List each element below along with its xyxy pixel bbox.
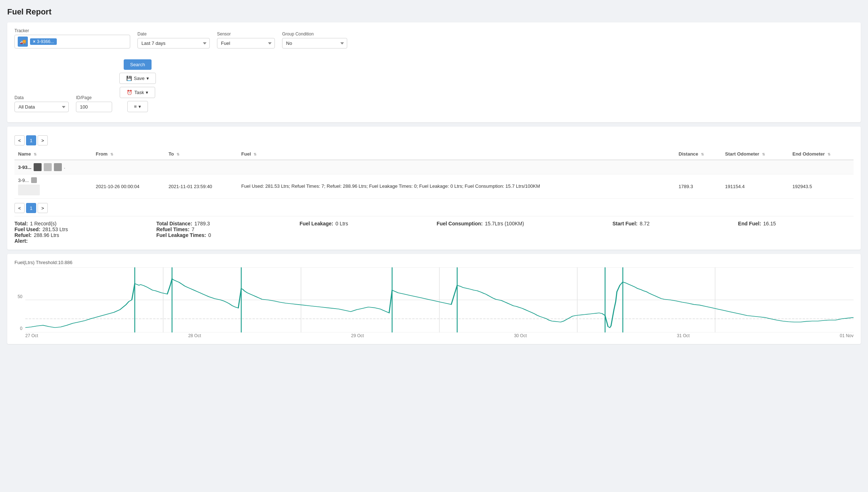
x-label-29oct: 29 Oct	[351, 333, 364, 338]
pagination-bottom: < 1 >	[14, 203, 854, 213]
summary-col-6: End Fuel: 16.15	[738, 221, 854, 226]
fuel-leakage-value: 0 Ltrs	[336, 221, 348, 226]
task-button[interactable]: ⏰ Task ▾	[120, 87, 155, 98]
sensor-select[interactable]: Fuel Temperature Speed	[217, 38, 275, 48]
total-row: Total: 1 Record(s)	[14, 221, 145, 226]
group-icon-3	[54, 163, 62, 171]
sort-icon-name[interactable]: ⇅	[34, 152, 37, 156]
sort-icon-to[interactable]: ⇅	[176, 152, 179, 156]
tracker-tag[interactable]: × 3-9366...	[30, 38, 57, 45]
tracker-input-wrapper[interactable]: 🚚 × 3-9366...	[14, 35, 130, 48]
date-select[interactable]: Last 7 days Today Yesterday Last 30 days…	[137, 38, 210, 48]
sort-icon-from[interactable]: ⇅	[110, 152, 113, 156]
total-distance-label: Total Distance:	[156, 221, 192, 226]
data-from-cell: 2021-10-26 00:00:04	[92, 174, 165, 199]
id-page-input[interactable]: 100	[76, 102, 112, 112]
tracker-label: Tracker	[14, 28, 130, 33]
data-filter-select[interactable]: All Data Summary Detail	[14, 102, 69, 112]
group-condition-select[interactable]: No Yes	[282, 38, 347, 48]
data-name-cell: 3-9...	[14, 174, 92, 199]
filter-row-2: Data All Data Summary Detail ID/Page 100…	[14, 53, 854, 112]
data-filter-group: Data All Data Summary Detail	[14, 95, 69, 112]
y-label-0: 0	[20, 326, 22, 331]
data-name-icons: 3-9...	[18, 177, 89, 183]
group-ellipsis: .	[64, 165, 65, 170]
chart-wrapper: 50 0	[14, 267, 854, 338]
date-group: Date Last 7 days Today Yesterday Last 30…	[137, 31, 210, 48]
fuel-leakage-row: Fuel Leakage: 0 Ltrs	[299, 221, 426, 226]
fuel-used-label: Fuel Used:	[14, 226, 41, 232]
group-start-odo-cell	[722, 160, 789, 174]
y-label-50: 50	[18, 294, 22, 299]
col-distance: Distance ⇅	[675, 148, 721, 160]
page-title: Fuel Report	[7, 7, 861, 17]
save-icon: 💾	[126, 76, 132, 81]
search-button[interactable]: Search	[124, 59, 152, 70]
sensor-label: Sensor	[217, 31, 275, 37]
fuel-chart-svg	[25, 267, 854, 332]
data-name-text: 3-9...	[18, 178, 29, 183]
task-chevron: ▾	[146, 90, 148, 95]
x-label-01nov: 01 Nov	[840, 333, 854, 338]
fuel-leakage-times-value: 0	[208, 232, 211, 238]
filter-row-1: Tracker 🚚 × 3-9366... Date Last 7 days T…	[14, 28, 854, 48]
tracker-tag-close[interactable]: ×	[33, 39, 35, 44]
more-button[interactable]: ≡ ▾	[127, 101, 148, 112]
refuel-times-value: 7	[192, 226, 195, 232]
group-name-cell: 3-93... .	[14, 160, 92, 174]
x-label-28oct: 28 Oct	[188, 333, 201, 338]
fuel-consumption-value: 15.7Ltrs (100KM)	[485, 221, 524, 226]
summary-grid: Total: 1 Record(s) Fuel Used: 281.53 Ltr…	[14, 221, 854, 244]
sort-icon-start-odo[interactable]: ⇅	[762, 152, 765, 156]
start-fuel-value: 8.72	[640, 221, 650, 226]
fuel-used-value: 281.53 Ltrs	[43, 226, 68, 232]
data-name-wrapper: 3-9...	[18, 177, 89, 195]
save-chevron: ▾	[146, 76, 149, 81]
total-distance-row: Total Distance: 1789.3	[156, 221, 289, 226]
id-page-label: ID/Page	[76, 95, 112, 100]
next-page-btn[interactable]: >	[38, 135, 48, 145]
x-label-27oct: 27 Oct	[25, 333, 38, 338]
group-condition-group: Group Condition No Yes	[282, 31, 347, 48]
sort-icon-fuel[interactable]: ⇅	[254, 152, 256, 156]
prev-page-btn[interactable]: <	[14, 135, 25, 145]
end-fuel-value: 16.15	[763, 221, 776, 226]
y-axis: 50 0	[14, 267, 25, 338]
table-header: Name ⇅ From ⇅ To ⇅ Fuel ⇅ Distance ⇅	[14, 148, 854, 160]
sort-icon-end-odo[interactable]: ⇅	[827, 152, 830, 156]
group-fuel-cell	[238, 160, 675, 174]
page-1-btn-bottom[interactable]: 1	[26, 203, 36, 213]
data-distance-cell: 1789.3	[675, 174, 721, 199]
data-to-cell: 2021-11-01 23:59:40	[165, 174, 238, 199]
chart-area: 27 Oct 28 Oct 29 Oct 30 Oct 31 Oct 01 No…	[25, 267, 854, 338]
summary-col-3: Fuel Leakage: 0 Ltrs	[299, 221, 437, 226]
fuel-text: Fuel Used: 281.53 Ltrs; Refuel Times: 7;…	[241, 183, 540, 189]
group-icon-1	[34, 163, 42, 171]
x-label-31oct: 31 Oct	[677, 333, 690, 338]
end-fuel-label: End Fuel:	[738, 221, 761, 226]
task-icon: ⏰	[127, 90, 132, 95]
page-1-btn[interactable]: 1	[26, 135, 36, 145]
next-page-btn-bottom[interactable]: >	[38, 203, 48, 213]
group-icon-2	[44, 163, 52, 171]
save-button[interactable]: 💾 Save ▾	[119, 73, 156, 84]
table-card: < 1 > Name ⇅ From ⇅ To ⇅ Fuel	[7, 127, 861, 250]
summary-col-4: Fuel Consumption: 15.7Ltrs (100KM)	[437, 221, 612, 226]
data-start-odo-cell: 191154.4	[722, 174, 789, 199]
total-label: Total:	[14, 221, 28, 226]
summary-col-1: Total: 1 Record(s) Fuel Used: 281.53 Ltr…	[14, 221, 156, 244]
truck-icon: 🚚	[18, 37, 28, 47]
chart-title: Fuel(Ltrs) Threshold:10.886	[14, 260, 854, 265]
group-condition-label: Group Condition	[282, 31, 347, 37]
prev-page-btn-bottom[interactable]: <	[14, 203, 25, 213]
fuel-used-row: Fuel Used: 281.53 Ltrs	[14, 226, 145, 232]
group-end-odo-cell	[789, 160, 854, 174]
col-to: To ⇅	[165, 148, 238, 160]
x-label-30oct: 30 Oct	[514, 333, 527, 338]
refuel-label: Refuel:	[14, 232, 31, 238]
data-end-odo-cell: 192943.5	[789, 174, 854, 199]
refuel-times-row: Refuel Times: 7	[156, 226, 289, 232]
sort-icon-distance[interactable]: ⇅	[701, 152, 704, 156]
refuel-row: Refuel: 288.96 Ltrs	[14, 232, 145, 238]
alert-label: Alert:	[14, 238, 28, 244]
